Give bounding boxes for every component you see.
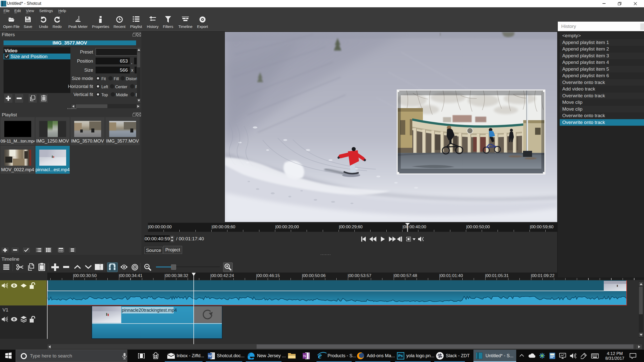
svg-text:N: N [303, 354, 306, 358]
svg-text:W: W [208, 354, 212, 358]
